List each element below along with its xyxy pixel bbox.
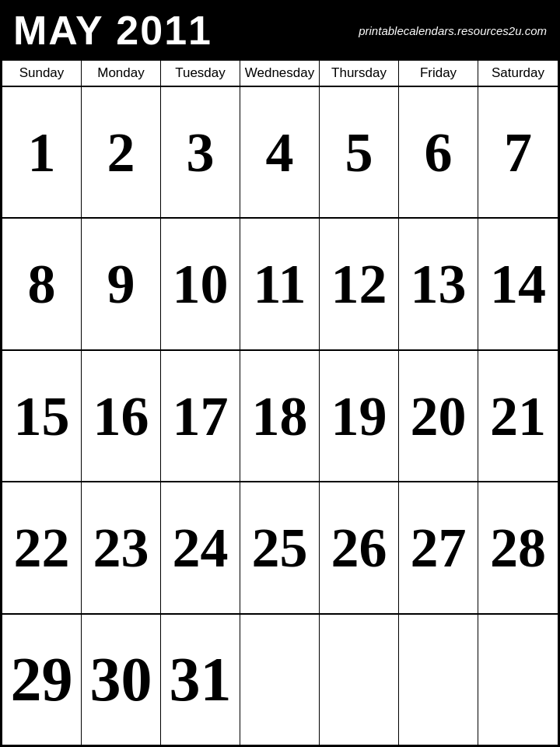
day-cell-8: 8 [2, 219, 82, 349]
day-cell-12: 12 [320, 219, 399, 349]
day-cell-11: 11 [240, 219, 320, 349]
day-number-19: 19 [331, 388, 387, 444]
day-number-16: 16 [93, 388, 149, 444]
day-number-20: 20 [411, 388, 467, 444]
week-row-5: 293031 [2, 615, 558, 745]
day-cell-16: 16 [82, 351, 161, 481]
day-number-15: 15 [14, 388, 70, 444]
day-number-21: 21 [490, 388, 546, 444]
day-cell-18: 18 [240, 351, 320, 481]
day-number-9: 9 [107, 256, 135, 312]
day-number-2: 2 [107, 124, 135, 181]
day-cell-29: 29 [2, 615, 82, 745]
day-of-week-monday: Monday [82, 61, 161, 86]
day-number-30: 30 [90, 648, 152, 710]
day-cell-26: 26 [320, 482, 399, 612]
day-cell-27: 27 [399, 482, 478, 612]
day-cell-1: 1 [2, 87, 82, 217]
day-cell-23: 23 [82, 482, 161, 612]
empty-cell [320, 615, 399, 745]
empty-cell [478, 615, 558, 745]
day-cell-10: 10 [161, 219, 240, 349]
day-of-week-friday: Friday [399, 61, 478, 86]
day-number-12: 12 [331, 256, 387, 312]
weeks-grid: 1234567891011121314151617181920212223242… [2, 87, 558, 745]
day-number-1: 1 [28, 124, 56, 181]
week-row-4: 22232425262728 [2, 482, 558, 614]
day-number-22: 22 [14, 520, 70, 576]
day-number-4: 4 [266, 124, 294, 181]
empty-cell [240, 615, 320, 745]
day-cell-21: 21 [478, 351, 558, 481]
day-number-27: 27 [411, 520, 467, 576]
day-number-17: 17 [173, 388, 229, 444]
calendar-app: MAY 2011 printablecalendars.resources2u.… [0, 0, 560, 747]
week-row-1: 1234567 [2, 87, 558, 219]
day-number-3: 3 [187, 124, 215, 181]
day-number-26: 26 [331, 520, 387, 576]
day-cell-7: 7 [478, 87, 558, 217]
day-of-week-thursday: Thursday [320, 61, 399, 86]
day-number-5: 5 [345, 124, 373, 181]
calendar-grid: SundayMondayTuesdayWednesdayThursdayFrid… [2, 58, 558, 745]
day-cell-6: 6 [399, 87, 478, 217]
day-cell-13: 13 [399, 219, 478, 349]
day-cell-30: 30 [82, 615, 161, 745]
day-number-11: 11 [253, 256, 306, 312]
day-cell-24: 24 [161, 482, 240, 612]
day-cell-20: 20 [399, 351, 478, 481]
day-number-28: 28 [490, 520, 546, 576]
day-cell-15: 15 [2, 351, 82, 481]
day-number-7: 7 [504, 124, 532, 181]
week-row-3: 15161718192021 [2, 351, 558, 482]
day-of-week-wednesday: Wednesday [240, 61, 320, 86]
week-row-2: 891011121314 [2, 219, 558, 350]
day-cell-9: 9 [82, 219, 161, 349]
day-cell-19: 19 [320, 351, 399, 481]
day-number-14: 14 [490, 256, 546, 312]
day-number-10: 10 [173, 256, 229, 312]
day-cell-14: 14 [478, 219, 558, 349]
day-number-25: 25 [252, 520, 308, 576]
day-number-23: 23 [93, 520, 149, 576]
month-year-title: MAY 2011 [13, 7, 212, 54]
day-of-week-tuesday: Tuesday [161, 61, 240, 86]
day-number-6: 6 [425, 124, 453, 181]
days-of-week-header: SundayMondayTuesdayWednesdayThursdayFrid… [2, 61, 558, 87]
day-number-18: 18 [252, 388, 308, 444]
day-of-week-sunday: Sunday [2, 61, 82, 86]
day-number-24: 24 [173, 520, 229, 576]
calendar-header: MAY 2011 printablecalendars.resources2u.… [2, 2, 558, 58]
day-number-31: 31 [170, 648, 232, 710]
day-cell-22: 22 [2, 482, 82, 612]
website-label: printablecalendars.resources2u.com [359, 24, 547, 37]
day-cell-5: 5 [320, 87, 399, 217]
day-cell-28: 28 [478, 482, 558, 612]
day-cell-25: 25 [240, 482, 320, 612]
day-cell-17: 17 [161, 351, 240, 481]
day-cell-4: 4 [240, 87, 320, 217]
day-cell-31: 31 [161, 615, 240, 745]
day-of-week-saturday: Saturday [478, 61, 558, 86]
day-cell-3: 3 [161, 87, 240, 217]
day-cell-2: 2 [82, 87, 161, 217]
day-number-13: 13 [411, 256, 467, 312]
day-number-8: 8 [28, 256, 56, 312]
empty-cell [399, 615, 478, 745]
day-number-29: 29 [11, 648, 73, 710]
